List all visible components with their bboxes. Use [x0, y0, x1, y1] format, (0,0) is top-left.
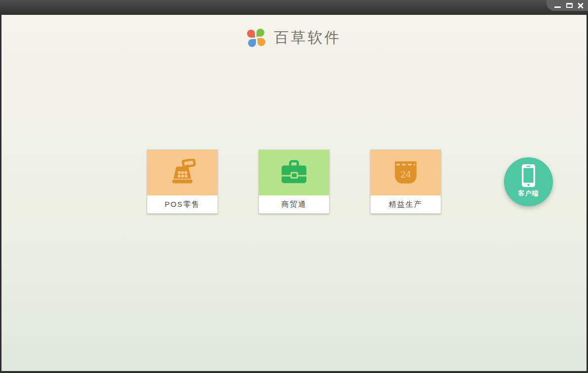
card-lean-production[interactable]: 24 精益生产 [370, 149, 441, 214]
minimize-icon [554, 6, 561, 8]
close-icon [577, 2, 584, 9]
briefcase-icon [279, 159, 309, 186]
cash-register-icon [168, 159, 197, 186]
pinwheel-logo-icon [247, 29, 265, 47]
calendar-icon: 24 [391, 160, 420, 186]
main-content: 百草软件 [1, 15, 587, 371]
minimize-button[interactable] [553, 1, 562, 10]
window-controls [546, 0, 588, 11]
card-pos-retail[interactable]: POS零售 [147, 149, 218, 214]
card-pos-tile [147, 150, 217, 195]
client-button[interactable]: 客户端 [504, 157, 553, 206]
titlebar[interactable] [0, 0, 588, 15]
client-button-label: 客户端 [518, 189, 539, 198]
brand: 百草软件 [1, 27, 587, 48]
maximize-button[interactable] [565, 1, 573, 10]
app-name: 百草软件 [274, 28, 341, 48]
close-button[interactable] [577, 1, 585, 10]
card-trade[interactable]: 商贸通 [258, 149, 330, 214]
card-lean-label: 精益生产 [371, 195, 441, 213]
card-lean-tile: 24 [371, 150, 441, 195]
card-trade-tile [259, 150, 329, 195]
product-cards: POS零售 商贸通 24 [147, 149, 441, 214]
card-trade-label: 商贸通 [259, 195, 329, 213]
maximize-icon [566, 3, 573, 8]
smartphone-icon [521, 164, 536, 187]
calendar-day-number: 24 [400, 169, 411, 180]
card-pos-label: POS零售 [147, 195, 217, 213]
app-window: 百草软件 [0, 0, 588, 373]
